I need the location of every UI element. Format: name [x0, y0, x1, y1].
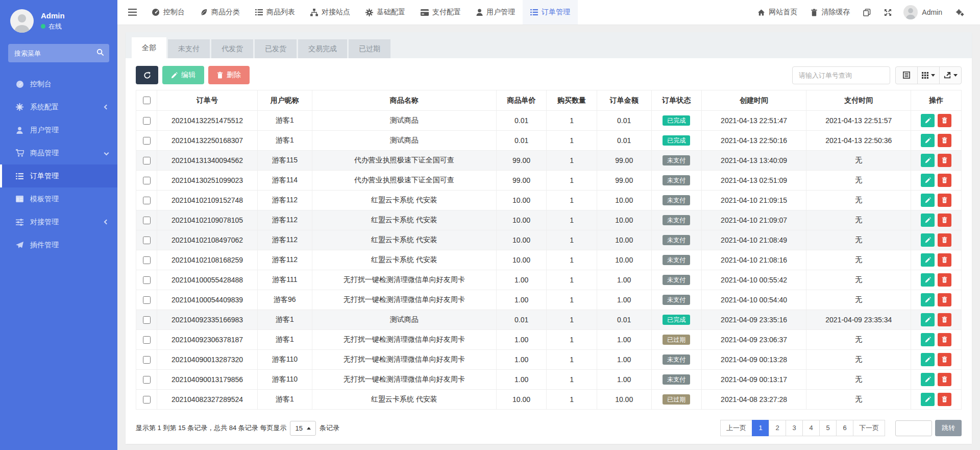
user-avatar[interactable]: [903, 5, 918, 19]
row-edit-button[interactable]: [921, 333, 935, 346]
row-checkbox[interactable]: [143, 177, 151, 184]
row-edit-button[interactable]: [921, 353, 935, 366]
tab-交易完成[interactable]: 交易完成: [298, 39, 347, 58]
delete-button[interactable]: 删除: [208, 66, 250, 84]
nav-item-控制台[interactable]: 控制台: [144, 0, 192, 25]
row-delete-button[interactable]: [938, 393, 951, 406]
row-edit-button[interactable]: [921, 194, 935, 207]
sidebar-item-用户管理[interactable]: 用户管理: [0, 119, 117, 141]
row-delete-button[interactable]: [938, 114, 951, 127]
row-delete-button[interactable]: [938, 273, 951, 287]
row-edit-button[interactable]: [921, 293, 935, 306]
tab-全部[interactable]: 全部: [132, 37, 166, 58]
sidebar-item-对接管理[interactable]: 对接管理: [0, 210, 117, 233]
jump-page-input[interactable]: [895, 420, 932, 436]
row-delete-button[interactable]: [938, 214, 951, 227]
nav-item-支付配置[interactable]: 支付配置: [413, 0, 469, 25]
sidebar-item-控制台[interactable]: 控制台: [0, 73, 117, 96]
row-edit-button[interactable]: [921, 273, 935, 287]
row-edit-button[interactable]: [921, 313, 935, 326]
row-edit-button[interactable]: [921, 393, 935, 406]
row-delete-button[interactable]: [938, 333, 951, 346]
page-size-select[interactable]: 15: [290, 421, 315, 436]
menu-toggle-icon[interactable]: [120, 0, 144, 25]
row-checkbox[interactable]: [143, 356, 151, 364]
site-home-link[interactable]: 网站首页: [751, 8, 804, 17]
row-delete-button[interactable]: [938, 233, 951, 247]
pagination-page-3[interactable]: 3: [786, 420, 803, 436]
row-edit-button[interactable]: [921, 253, 935, 267]
row-delete-button[interactable]: [938, 194, 951, 207]
edit-button[interactable]: 编辑: [162, 66, 204, 84]
sidebar-item-插件管理[interactable]: 插件管理: [0, 233, 117, 256]
row-delete-button[interactable]: [938, 373, 951, 386]
row-delete-button[interactable]: [938, 253, 951, 267]
row-delete-button[interactable]: [938, 174, 951, 187]
row-edit-button[interactable]: [921, 174, 935, 187]
pagination-page-6[interactable]: 6: [836, 420, 853, 436]
row-checkbox[interactable]: [143, 296, 151, 304]
row-edit-button[interactable]: [921, 114, 935, 127]
row-checkbox[interactable]: [143, 336, 151, 344]
sidebar-item-模板管理[interactable]: 模板管理: [0, 187, 117, 210]
nav-item-订单管理[interactable]: 订单管理: [523, 0, 578, 25]
pagination-page-2[interactable]: 2: [769, 420, 786, 436]
row-delete-button[interactable]: [938, 154, 951, 167]
cell-order-no: 202104132250168307: [157, 131, 258, 151]
tab-代发货[interactable]: 代发货: [211, 39, 253, 58]
row-edit-button[interactable]: [921, 233, 935, 247]
row-checkbox[interactable]: [143, 157, 151, 164]
nav-item-用户管理[interactable]: 用户管理: [469, 0, 523, 25]
sidebar-item-订单管理[interactable]: 订单管理: [0, 164, 117, 187]
sidebar-item-商品管理[interactable]: 商品管理: [0, 141, 117, 164]
order-search-input[interactable]: [792, 66, 890, 84]
row-edit-button[interactable]: [921, 373, 935, 386]
search-icon[interactable]: [96, 49, 104, 58]
tab-已过期[interactable]: 已过期: [349, 39, 390, 58]
sidebar-search-input[interactable]: [8, 44, 109, 62]
tab-已发货[interactable]: 已发货: [255, 39, 297, 58]
row-edit-button[interactable]: [921, 134, 935, 147]
row-delete-button[interactable]: [938, 134, 951, 147]
nav-item-对接站点[interactable]: 对接站点: [303, 0, 358, 25]
jump-button[interactable]: 跳转: [935, 420, 962, 436]
row-checkbox[interactable]: [143, 376, 151, 384]
sidebar-item-系统配置[interactable]: 系统配置: [0, 96, 117, 119]
row-checkbox[interactable]: [143, 217, 151, 224]
row-checkbox[interactable]: [143, 137, 151, 145]
row-checkbox[interactable]: [143, 256, 151, 264]
nav-item-基础配置[interactable]: 基础配置: [358, 0, 413, 25]
detail-view-button[interactable]: [895, 66, 918, 84]
refresh-button[interactable]: [136, 66, 158, 84]
row-checkbox[interactable]: [143, 276, 151, 284]
row-edit-button[interactable]: [921, 214, 935, 227]
row-checkbox[interactable]: [143, 117, 151, 125]
status-badge: 已完成: [663, 315, 690, 325]
row-delete-button[interactable]: [938, 293, 951, 306]
pagination-next-button[interactable]: 下一页: [853, 420, 885, 436]
clear-cache-button[interactable]: 清除缓存: [804, 8, 856, 17]
pagination-page-1[interactable]: 1: [752, 420, 769, 436]
nav-item-商品列表[interactable]: 商品列表: [248, 0, 303, 25]
tab-未支付[interactable]: 未支付: [168, 39, 210, 58]
trash-icon: [942, 117, 947, 124]
pagination-page-5[interactable]: 5: [819, 420, 837, 436]
current-user-menu[interactable]: Admin: [922, 8, 949, 16]
row-delete-button[interactable]: [938, 313, 951, 326]
fullscreen-button[interactable]: [877, 9, 898, 16]
copy-pages-button[interactable]: [856, 9, 877, 16]
nav-item-商品分类[interactable]: 商品分类: [192, 0, 248, 25]
cart-icon: [15, 149, 24, 157]
select-all-checkbox[interactable]: [143, 97, 151, 104]
export-dropdown-button[interactable]: [939, 66, 962, 84]
row-checkbox[interactable]: [143, 396, 151, 404]
row-checkbox[interactable]: [143, 197, 151, 204]
columns-dropdown-button[interactable]: [917, 66, 940, 84]
row-checkbox[interactable]: [143, 316, 151, 324]
row-delete-button[interactable]: [938, 353, 951, 366]
pagination-prev-button[interactable]: 上一页: [720, 420, 752, 436]
pagination-page-4[interactable]: 4: [802, 420, 820, 436]
row-checkbox[interactable]: [143, 236, 151, 244]
row-edit-button[interactable]: [921, 154, 935, 167]
settings-button[interactable]: [949, 9, 971, 16]
